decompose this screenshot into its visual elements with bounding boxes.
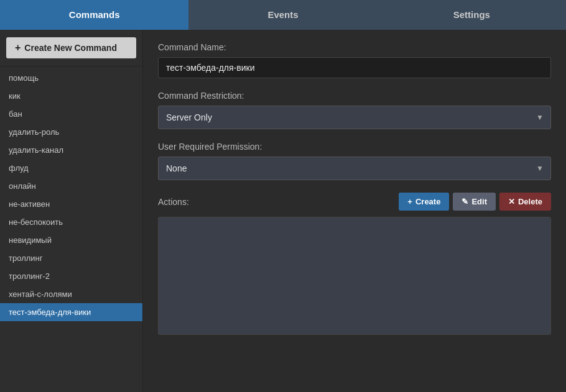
actions-content — [158, 217, 551, 335]
command-restriction-select[interactable]: Server OnlyDirect Message OnlyNo Restric… — [158, 106, 551, 129]
action-delete-icon: ✕ — [508, 197, 515, 206]
action-edit-icon: ✎ — [462, 197, 468, 206]
user-permission-select[interactable]: NoneAdministratorManage GuildManage Mess… — [158, 157, 551, 180]
command-restriction-group: Command Restriction: Server OnlyDirect M… — [158, 91, 551, 129]
list-item[interactable]: тест-эмбеда-для-вики — [0, 303, 142, 321]
permission-select-wrapper: NoneAdministratorManage GuildManage Mess… — [158, 157, 551, 180]
actions-label: Actions: — [158, 197, 189, 207]
right-panel: Command Name: Command Restriction: Serve… — [143, 30, 566, 392]
create-btn-container: + Create New Command — [0, 30, 142, 66]
restriction-select-wrapper: Server OnlyDirect Message OnlyNo Restric… — [158, 106, 551, 129]
list-item[interactable]: бан — [0, 105, 142, 123]
list-item[interactable]: не-активен — [0, 195, 142, 213]
list-item[interactable]: удалить-роль — [0, 123, 142, 141]
plus-icon: + — [15, 42, 21, 53]
command-name-input[interactable] — [158, 57, 551, 78]
tab-events[interactable]: Events — [188, 0, 377, 30]
action-create-label: Create — [415, 197, 440, 206]
tab-settings[interactable]: Settings — [378, 0, 566, 30]
list-item[interactable]: помощь — [0, 69, 142, 87]
list-item[interactable]: троллинг-2 — [0, 267, 142, 285]
actions-row: Actions: + Create ✎ Edit ✕ Delete — [158, 193, 551, 211]
create-new-command-label: Create New Command — [24, 43, 117, 53]
create-new-command-button[interactable]: + Create New Command — [6, 37, 136, 58]
main-content: + Create New Command помощькикбанудалить… — [0, 30, 566, 392]
command-restriction-label: Command Restriction: — [158, 91, 551, 101]
actions-buttons: + Create ✎ Edit ✕ Delete — [399, 193, 551, 211]
list-item[interactable]: флуд — [0, 159, 142, 177]
user-permission-label: User Required Permission: — [158, 142, 551, 152]
list-item[interactable]: удалить-канал — [0, 141, 142, 159]
action-create-plus-icon: + — [407, 197, 412, 206]
action-delete-button[interactable]: ✕ Delete — [499, 193, 551, 211]
tab-bar: Commands Events Settings — [0, 0, 566, 30]
list-item[interactable]: невидимый — [0, 231, 142, 249]
command-name-group: Command Name: — [158, 42, 551, 78]
command-name-label: Command Name: — [158, 42, 551, 52]
action-delete-label: Delete — [518, 197, 542, 206]
action-create-button[interactable]: + Create — [399, 193, 449, 211]
sidebar: + Create New Command помощькикбанудалить… — [0, 30, 143, 392]
tab-commands[interactable]: Commands — [0, 0, 188, 30]
list-item[interactable]: хентай-с-лолями — [0, 285, 142, 303]
list-item[interactable]: онлайн — [0, 177, 142, 195]
user-permission-group: User Required Permission: NoneAdministra… — [158, 142, 551, 180]
list-item[interactable]: кик — [0, 87, 142, 105]
command-list: помощькикбанудалить-рольудалить-каналфлу… — [0, 66, 142, 392]
list-item[interactable]: троллинг — [0, 249, 142, 267]
action-edit-label: Edit — [471, 197, 487, 206]
list-item[interactable]: не-беспокоить — [0, 213, 142, 231]
action-edit-button[interactable]: ✎ Edit — [453, 193, 496, 211]
